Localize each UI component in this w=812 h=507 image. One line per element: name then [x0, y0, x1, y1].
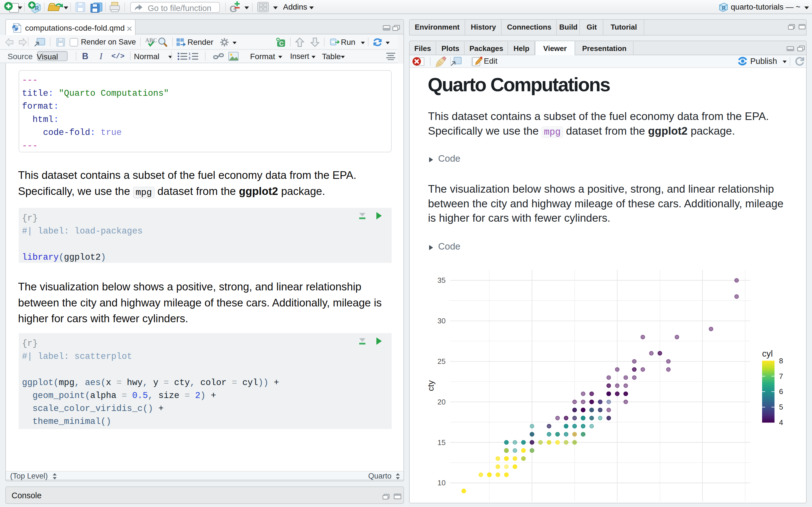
svg-text:C: C — [279, 40, 284, 47]
svg-text:cty: cty — [428, 380, 435, 391]
svg-text:cyl: cyl — [762, 349, 773, 358]
svg-text:30: 30 — [438, 317, 446, 325]
svg-text:15: 15 — [438, 438, 446, 447]
svg-text:20: 20 — [438, 398, 446, 406]
svg-text:R: R — [722, 5, 726, 11]
svg-text:7: 7 — [779, 372, 783, 381]
svg-text:10: 10 — [438, 478, 446, 487]
svg-text:8: 8 — [779, 356, 783, 365]
svg-text:4: 4 — [779, 418, 783, 427]
svg-text:25: 25 — [438, 357, 446, 365]
svg-text:5: 5 — [779, 403, 783, 411]
svg-text:1: 1 — [189, 53, 191, 56]
svg-text:2: 2 — [189, 56, 191, 60]
svg-text:35: 35 — [438, 276, 446, 284]
svg-text:6: 6 — [779, 387, 783, 396]
svg-text:ABC: ABC — [145, 37, 157, 43]
